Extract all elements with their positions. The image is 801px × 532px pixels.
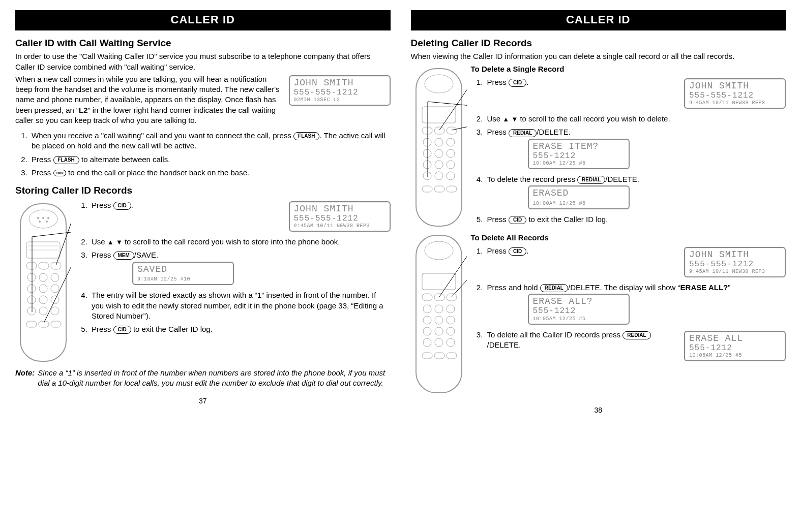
svg-line-31 — [32, 232, 71, 237]
cid-key: CID — [509, 79, 526, 87]
lcd-line1: ERASE ALL? — [533, 297, 625, 307]
up-arrow-icon: ▲ — [107, 238, 114, 246]
svg-point-47 — [423, 161, 431, 169]
svg-point-72 — [423, 316, 431, 324]
svg-point-76 — [435, 327, 443, 335]
lcd-line3: 10:00AM 12/25 #6 — [533, 161, 625, 166]
flash-key: FLASH — [53, 156, 79, 164]
text-seg: Press — [92, 325, 113, 333]
heading-call-waiting: Caller ID with Call Waiting Service — [15, 37, 391, 50]
text-seg: . — [131, 201, 133, 209]
svg-rect-11 — [39, 262, 49, 269]
text-seg: Use — [487, 114, 503, 123]
svg-point-17 — [39, 285, 47, 293]
svg-point-71 — [447, 305, 455, 313]
svg-rect-55 — [447, 186, 457, 192]
steps-call-waiting: When you receive a "call waiting" call a… — [15, 131, 391, 178]
text-seg: Press — [92, 251, 113, 259]
page-number: 37 — [15, 396, 391, 406]
svg-rect-12 — [51, 262, 61, 269]
pages-container: CALLER ID Caller ID with Call Waiting Se… — [15, 10, 786, 415]
heading-storing: Storing Caller ID Records — [15, 184, 391, 197]
text-seg: to scroll to the call record you wish to… — [518, 114, 670, 123]
page-37: CALLER ID Caller ID with Call Waiting Se… — [15, 10, 391, 415]
text-seg: to end the call or place the handset bac… — [66, 168, 249, 177]
redial-key: REDIAL — [540, 284, 568, 292]
single-step-5: Press CID to exit the Caller ID log. — [485, 214, 786, 225]
text-seg: To delete the record press — [487, 175, 578, 183]
header-caller-id: CALLER ID — [15, 10, 391, 30]
text-seg: Press — [487, 128, 509, 136]
lcd-l2-indicator: JOHN SMITH 555-555-1212 02MIN 13SEC L2 — [289, 75, 391, 106]
svg-point-18 — [51, 285, 59, 293]
svg-point-13 — [27, 273, 36, 281]
lcd-line3: 9:16AM 12/25 #10 — [137, 276, 229, 282]
step-2: Press FLASH to alternate between calls. — [29, 154, 391, 165]
cid-key: CID — [509, 247, 526, 256]
lcd-line1: JOHN SMITH — [689, 250, 781, 260]
subhead-single: To Delete a Single Record — [471, 64, 786, 74]
svg-point-73 — [435, 316, 443, 324]
step-3: Press Talk to end the call or place the … — [29, 168, 391, 178]
svg-point-64 — [425, 241, 453, 260]
lcd-line2: 555-555-1212 — [294, 88, 385, 98]
note-label: Note: — [15, 368, 35, 389]
svg-rect-67 — [434, 294, 444, 301]
svg-point-49 — [447, 161, 455, 169]
svg-line-61 — [452, 126, 467, 130]
svg-point-46 — [447, 149, 455, 158]
text-seg: Press — [92, 201, 113, 209]
page-number: 38 — [411, 405, 786, 415]
phone-svg — [411, 66, 467, 229]
subhead-all: To Delete All Records — [471, 233, 786, 243]
down-arrow-icon: ▼ — [511, 115, 518, 123]
svg-point-69 — [423, 305, 431, 313]
svg-point-15 — [51, 273, 59, 281]
delete-all-block: To Delete All Records Press CID. JOHN SM… — [471, 233, 786, 364]
text-seg: Press — [32, 155, 53, 164]
down-arrow-icon: ▼ — [116, 238, 123, 246]
redial-key: REDIAL — [577, 176, 605, 184]
text-seg: . — [526, 246, 528, 255]
svg-point-5 — [39, 221, 41, 223]
lcd-line2: 555-555-1212 — [689, 91, 781, 101]
lcd-line3: 9:45AM 10/11 NEW38 REP3 — [294, 223, 385, 229]
text-l2-bold: L2 — [79, 106, 88, 114]
svg-point-44 — [423, 149, 431, 158]
text-seg: to scroll to the call record you wish to… — [123, 237, 340, 246]
lcd-store-1: JOHN SMITH 555-555-1212 9:45AM 10/11 NEW… — [289, 201, 391, 232]
text-bold: ERASE ALL? — [680, 283, 728, 292]
text-seg: /DELETE. The display will show “ — [568, 283, 680, 292]
svg-point-36 — [425, 75, 453, 93]
lcd-erased: ERASED 10:00AM 12/25 #6 — [528, 185, 630, 209]
store-step-5: Press CID to exit the Caller ID log. — [90, 324, 391, 334]
lcd-line2: 555-1212 — [533, 307, 625, 316]
header-caller-id: CALLER ID — [411, 10, 786, 30]
svg-point-6 — [46, 221, 48, 223]
svg-rect-66 — [422, 294, 432, 301]
text-seg: /DELETE. — [487, 340, 521, 349]
lcd-line1: ERASE ITEM? — [533, 142, 625, 152]
cid-key: CID — [113, 326, 131, 334]
store-step-3: Press MEM/SAVE. SAVED 9:16AM 12/25 #10 — [90, 250, 391, 287]
lcd-line2: 555-1212 — [533, 152, 625, 161]
redial-key: REDIAL — [509, 129, 537, 137]
phone-illustration — [411, 66, 467, 229]
svg-point-19 — [27, 296, 36, 304]
lcd-line3: 10:05AM 12/25 #5 — [689, 353, 781, 358]
lcd-line1: JOHN SMITH — [294, 204, 385, 214]
text-seg: ” — [728, 283, 730, 292]
heading-deleting: Deleting Caller ID Records — [411, 37, 786, 50]
single-step-2: Use ▲ ▼ to scroll to the call record you… — [485, 114, 786, 124]
svg-rect-39 — [434, 127, 444, 134]
lcd-line1: SAVED — [137, 265, 229, 275]
lcd-line3: 9:45AM 10/11 NEW38 REP3 — [689, 269, 781, 274]
store-step-2: Use ▲ ▼ to scroll to the call record you… — [90, 237, 391, 247]
single-step-1: Press CID. JOHN SMITH 555-555-1212 9:45A… — [485, 77, 786, 111]
svg-rect-82 — [434, 353, 444, 359]
all-step-2: Press and hold REDIAL/DELETE. The displa… — [485, 283, 786, 327]
svg-rect-27 — [51, 321, 61, 327]
svg-point-75 — [423, 327, 431, 335]
svg-rect-0 — [20, 204, 66, 361]
lcd-line2: 555-555-1212 — [294, 214, 385, 224]
